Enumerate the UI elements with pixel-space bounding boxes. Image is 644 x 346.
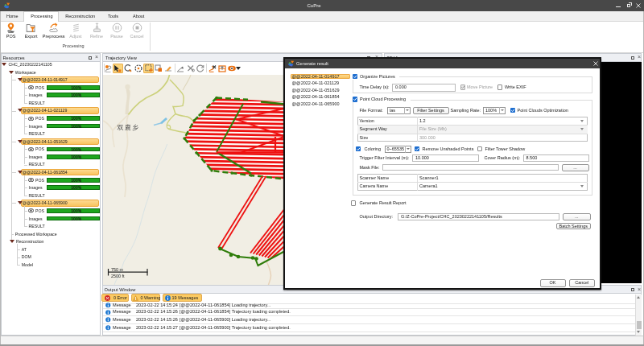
- svg-text:2500 ft: 2500 ft: [111, 274, 125, 278]
- svg-text:双鹿乡: 双鹿乡: [118, 124, 140, 131]
- svg-text:750 m: 750 m: [111, 267, 123, 272]
